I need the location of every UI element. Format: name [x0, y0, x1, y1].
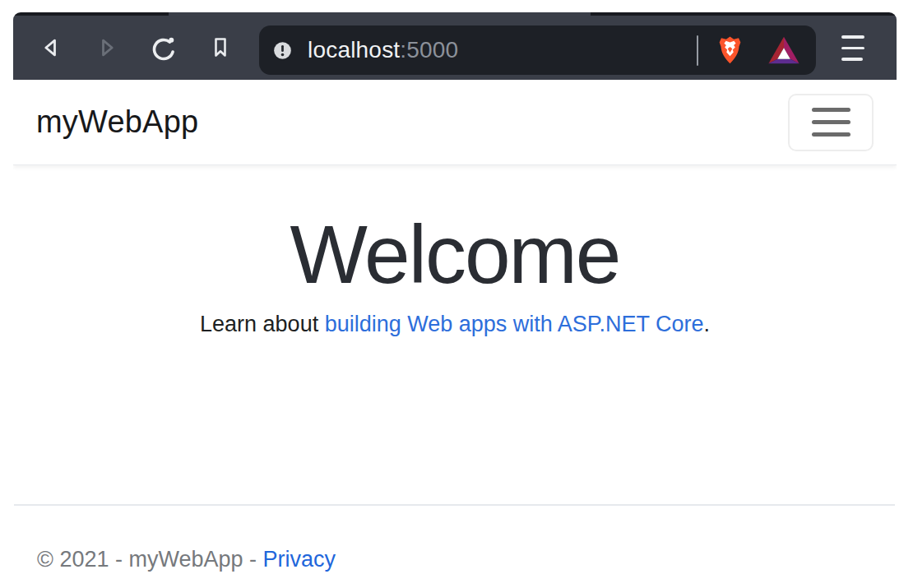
forward-button[interactable] — [94, 35, 120, 61]
url-port: :5000 — [400, 37, 458, 63]
page-title: Welcome — [13, 213, 897, 295]
subtitle-prefix: Learn about — [200, 312, 325, 336]
browser-toolbar: localhost:5000 — [13, 16, 897, 80]
browser-window: localhost:5000 — [13, 12, 897, 588]
address-bar[interactable]: localhost:5000 — [259, 25, 816, 75]
hamburger-icon — [841, 58, 863, 61]
subtitle: Learn about building Web apps with ASP.N… — [13, 312, 897, 337]
navbar-toggler-icon — [812, 120, 850, 124]
forward-icon — [94, 51, 120, 63]
navbar-toggler-icon — [812, 108, 850, 112]
brave-rewards-button[interactable] — [767, 36, 800, 64]
hamburger-icon — [841, 47, 864, 50]
url-host: localhost — [308, 37, 400, 63]
copyright-text: © 2021 - myWebApp - — [37, 547, 263, 572]
navbar-brand[interactable]: myWebApp — [36, 104, 198, 140]
hero-section: Welcome Learn about building Web apps wi… — [13, 165, 897, 337]
site-navbar: myWebApp — [13, 80, 897, 165]
reload-icon — [149, 53, 178, 66]
bat-triangle-icon — [767, 36, 800, 64]
back-button[interactable] — [38, 35, 64, 61]
privacy-link[interactable]: Privacy — [263, 547, 336, 572]
brave-shields-button[interactable] — [717, 35, 743, 65]
url-text: localhost:5000 — [308, 37, 458, 63]
brave-lion-icon — [717, 35, 743, 65]
aspnet-docs-link[interactable]: building Web apps with ASP.NET Core — [325, 312, 704, 336]
back-icon — [38, 51, 64, 63]
urlbar-divider — [697, 35, 698, 66]
exclamation-circle-icon — [273, 41, 292, 60]
navbar-toggler-button[interactable] — [788, 94, 874, 151]
bookmark-button[interactable] — [207, 35, 234, 61]
subtitle-suffix: . — [703, 312, 710, 336]
reload-button[interactable] — [149, 34, 178, 63]
bookmark-icon — [207, 51, 234, 63]
site-footer: © 2021 - myWebApp - Privacy — [14, 504, 895, 572]
hamburger-icon — [841, 35, 864, 39]
navbar-toggler-icon — [812, 132, 850, 137]
browser-menu-button[interactable] — [841, 35, 864, 61]
site-info-button[interactable] — [273, 41, 292, 60]
